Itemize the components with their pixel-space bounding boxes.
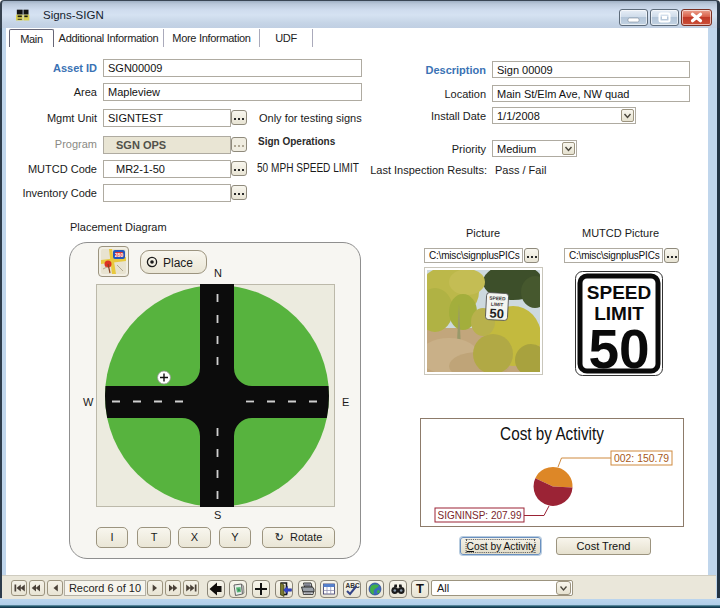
svg-text:002: 150.79: 002: 150.79 bbox=[614, 452, 669, 464]
svg-text:SPEED: SPEED bbox=[489, 296, 506, 302]
svg-text:50: 50 bbox=[489, 306, 504, 322]
svg-text:SPEED: SPEED bbox=[587, 282, 651, 303]
svg-text:SIGNINSP: 207.99: SIGNINSP: 207.99 bbox=[438, 509, 522, 521]
svg-text:280: 280 bbox=[115, 252, 124, 258]
svg-text:50: 50 bbox=[588, 318, 649, 376]
svg-text:ABC: ABC bbox=[346, 582, 360, 589]
